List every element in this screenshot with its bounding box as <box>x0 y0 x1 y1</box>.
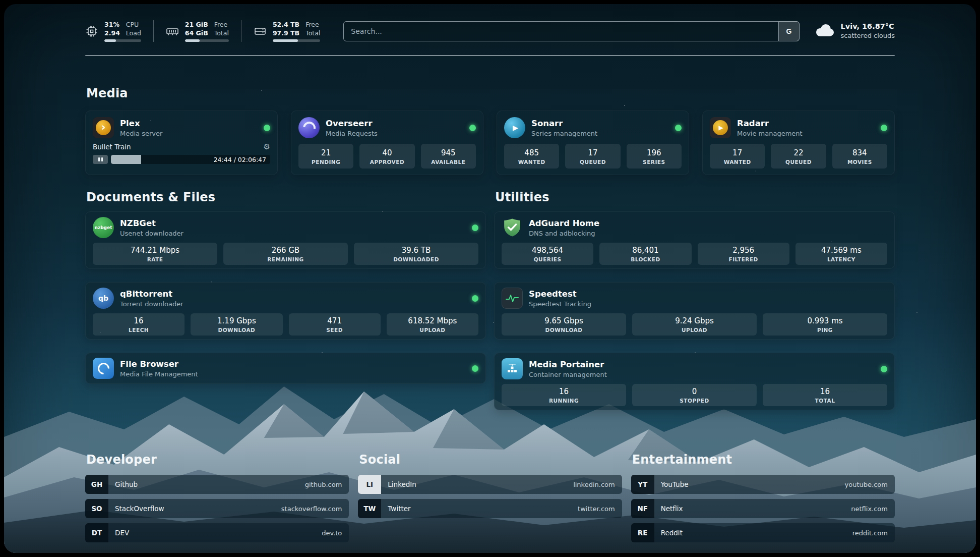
bookmark-linkedin[interactable]: LI LinkedIn linkedin.com <box>358 475 622 494</box>
stat-value: 744.21 Mbps <box>95 246 215 255</box>
service-card-nzbget[interactable]: nzbget NZBGet Usenet downloader 744.21 M… <box>85 211 486 269</box>
bookmark-twitter[interactable]: TW Twitter twitter.com <box>358 499 622 518</box>
memory-total-label: Total <box>214 29 229 37</box>
cpu-monitor: 31% CPU 2.94 Load <box>85 20 153 42</box>
service-desc: Series management <box>531 129 597 138</box>
service-name: NZBGet <box>120 218 183 229</box>
service-name: File Browser <box>120 359 198 369</box>
service-card-speedtest[interactable]: Speedtest Speedtest Tracking 9.65 Gbps D… <box>494 282 895 340</box>
stat-stopped: 0 STOPPED <box>632 384 757 406</box>
gear-icon[interactable] <box>264 143 270 151</box>
twitter-icon: TW <box>358 499 381 518</box>
bookmark-name: DEV <box>108 529 129 537</box>
bookmark-dev[interactable]: DT DEV dev.to <box>85 523 349 542</box>
service-card-overseerr[interactable]: Overseerr Media Requests 21 PENDING 40 A… <box>291 110 483 175</box>
bookmark-url: youtube.com <box>845 481 895 488</box>
memory-icon <box>166 25 179 38</box>
nzbget-stats: 744.21 Mbps RATE 266 GB REMAINING 39.6 T… <box>93 243 478 265</box>
service-desc: Usenet downloader <box>120 229 183 238</box>
stat-label: DOWNLOAD <box>504 327 624 333</box>
service-card-adguard[interactable]: AdGuard Home DNS and adblocking 498,564 … <box>494 211 895 269</box>
stat-leech: 16 LEECH <box>93 313 185 336</box>
bookmark-name: StackOverflow <box>108 505 164 513</box>
bookmarks-section: Developer GH Github github.com SO StackO… <box>85 453 895 547</box>
now-playing-row: Bullet Train <box>93 143 270 151</box>
service-card-sonarr[interactable]: Sonarr Series management 485 WANTED 17 Q… <box>497 110 689 175</box>
stat-rate: 744.21 Mbps RATE <box>93 243 217 265</box>
bookmark-url: netflix.com <box>851 505 895 513</box>
filebrowser-icon <box>93 358 114 379</box>
stat-value: 17 <box>712 148 763 158</box>
search-input[interactable] <box>343 21 799 41</box>
stat-blocked: 86,401 BLOCKED <box>599 243 691 265</box>
plex-header: Plex Media server <box>93 117 270 138</box>
service-card-plex[interactable]: Plex Media server Bullet Train 24:44 / 0… <box>85 110 278 175</box>
service-name: Speedtest <box>529 289 591 299</box>
bookmark-name: LinkedIn <box>381 480 416 488</box>
service-desc: Media Requests <box>326 129 378 138</box>
overseerr-stats: 21 PENDING 40 APPROVED 945 AVAILABLE <box>298 144 476 169</box>
memory-readout: 21 GiB Free 64 GiB Total <box>185 20 229 42</box>
utilities-column: Utilities AdGuard Home DNS and adblockin… <box>494 190 895 423</box>
bookmarks-social: Social LI LinkedIn linkedin.com TW Twitt… <box>358 453 622 547</box>
bookmark-reddit[interactable]: RE Reddit reddit.com <box>631 523 895 542</box>
service-name: Radarr <box>737 118 803 129</box>
sonarr-stats: 485 WANTED 17 QUEUED 196 SERIES <box>504 144 682 169</box>
stat-label: SEED <box>291 327 379 333</box>
status-dot <box>472 225 478 231</box>
service-card-filebrowser[interactable]: File Browser Media File Management <box>85 353 486 384</box>
pause-button[interactable] <box>93 155 108 164</box>
adguard-meta: AdGuard Home DNS and adblocking <box>529 218 599 238</box>
stat-download: 1.19 Gbps DOWNLOAD <box>191 313 282 336</box>
stat-seed: 471 SEED <box>289 313 381 336</box>
bookmark-stackoverflow[interactable]: SO StackOverflow stackoverflow.com <box>85 499 349 518</box>
stat-upload: 9.24 Gbps UPLOAD <box>632 313 757 336</box>
speedtest-meta: Speedtest Speedtest Tracking <box>529 289 591 308</box>
plex-meta: Plex Media server <box>120 118 162 138</box>
status-dot <box>472 365 478 372</box>
memory-total-value: 64 GiB <box>185 29 208 37</box>
player-controls: 24:44 / 02:06:47 <box>93 155 270 164</box>
disk-free-value: 52.4 TB <box>273 20 299 29</box>
media-cards-row: Plex Media server Bullet Train 24:44 / 0… <box>85 110 895 175</box>
service-card-portainer[interactable]: Media Portainer Container management 16 … <box>494 353 895 410</box>
stat-series: 196 SERIES <box>627 144 682 169</box>
bookmark-github[interactable]: GH Github github.com <box>85 475 349 494</box>
stat-value: 485 <box>506 148 557 158</box>
stat-running: 16 RUNNING <box>502 384 626 406</box>
plex-icon <box>93 117 114 138</box>
service-card-qbittorrent[interactable]: qb qBittorrent Torrent downloader 16 LEE… <box>85 282 486 340</box>
service-name: qBittorrent <box>120 289 183 299</box>
filebrowser-meta: File Browser Media File Management <box>120 359 198 378</box>
radarr-header: Radarr Movie management <box>710 117 887 138</box>
radarr-meta: Radarr Movie management <box>737 118 803 138</box>
stat-label: DOWNLOAD <box>193 327 280 333</box>
overseerr-header: Overseerr Media Requests <box>298 117 476 138</box>
service-desc: Movie management <box>737 129 803 138</box>
sonarr-meta: Sonarr Series management <box>531 118 597 138</box>
stat-label: STOPPED <box>634 398 755 404</box>
stat-filtered: 2,956 FILTERED <box>698 243 789 265</box>
status-dot <box>675 125 682 131</box>
cpu-load-value: 2.94 <box>104 29 120 37</box>
service-name: Plex <box>120 118 162 129</box>
service-card-radarr[interactable]: Radarr Movie management 17 WANTED 22 QUE… <box>702 110 895 175</box>
stat-latency: 47.569 ms LATENCY <box>795 243 887 265</box>
bookmark-netflix[interactable]: NF Netflix netflix.com <box>631 499 895 518</box>
disk-free-label: Free <box>305 20 320 29</box>
section-title-entertainment: Entertainment <box>632 453 895 467</box>
service-name: Overseerr <box>326 118 378 129</box>
radarr-stats: 17 WANTED 22 QUEUED 834 MOVIES <box>710 144 887 169</box>
portainer-meta: Media Portainer Container management <box>529 359 607 379</box>
bookmark-youtube[interactable]: YT YouTube youtube.com <box>631 475 895 494</box>
reddit-icon: RE <box>631 523 654 542</box>
adguard-shield-icon <box>502 217 523 238</box>
netflix-icon: NF <box>631 499 654 518</box>
bookmark-name: Reddit <box>654 529 683 537</box>
speedtest-icon <box>502 288 523 309</box>
youtube-icon: YT <box>631 475 654 494</box>
search-provider-button[interactable]: G <box>778 21 800 41</box>
stat-label: RUNNING <box>504 398 624 404</box>
cpu-progress-bar <box>104 39 141 42</box>
cloud-icon <box>814 23 835 40</box>
